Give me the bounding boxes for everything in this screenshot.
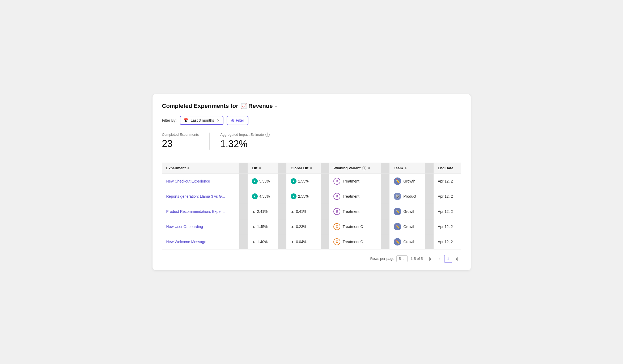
table-row: New Welcome Message ▲ 1.40% ▲ 0.04% C Tr…	[162, 234, 461, 249]
sort-experiment-icon[interactable]	[187, 167, 189, 169]
lift-cell: ▲ 1.45%	[248, 219, 278, 234]
lift-value: 1.40%	[257, 240, 268, 244]
variant-cell: B Treatment	[329, 189, 381, 204]
row-divider-5	[425, 204, 434, 219]
team-avatar: 🐺	[394, 193, 401, 200]
team-name: Growth	[403, 209, 415, 214]
experiment-link[interactable]: New Welcome Message	[166, 240, 206, 244]
experiment-link[interactable]: New Checkout Experience	[166, 179, 210, 183]
first-page-button[interactable]: |‹	[426, 255, 434, 263]
next-page-button[interactable]: ›|	[453, 255, 461, 263]
main-card: Completed Experiments for 📈 Revenue ⌄ Fi…	[152, 94, 471, 270]
variant-badge: C	[333, 238, 340, 245]
row-divider-2	[278, 234, 286, 249]
experiment-cell: New Checkout Experience	[162, 173, 239, 189]
team-name: Growth	[403, 240, 415, 244]
experiment-link[interactable]: New User Onboarding	[166, 225, 203, 229]
impact-estimate-stat: Aggregated Impact Estimate i 1.32%	[209, 133, 280, 150]
experiment-cell: New Welcome Message	[162, 234, 239, 249]
experiment-link[interactable]: Product Recommendations Exper...	[166, 209, 225, 214]
team-name: Growth	[403, 179, 415, 183]
col-divider-1	[239, 163, 248, 173]
experiment-cell: New User Onboarding	[162, 219, 239, 234]
row-divider-4	[381, 173, 389, 189]
col-global-lift: Global Lift	[286, 163, 321, 173]
team-cell: ✏️ Growth	[389, 204, 425, 219]
global-lift-cell: ▲ 2.55%	[286, 189, 321, 204]
row-divider-5	[425, 173, 434, 189]
team-name: Growth	[403, 225, 415, 229]
date-filter-text: Last 3 months	[191, 118, 214, 122]
page-info: 1-5 of 5	[411, 257, 423, 261]
team-avatar: ✏️	[394, 177, 401, 185]
page-1-button[interactable]: 1	[444, 255, 452, 263]
global-lift-arrow-icon: ▲	[291, 240, 294, 244]
prev-page-button[interactable]: ‹	[435, 255, 443, 263]
metric-chart-icon: 📈	[241, 103, 247, 109]
table-row: New Checkout Experience ▲ 5.55% ▲ 1.55% …	[162, 173, 461, 189]
rows-per-page: Rows per page 5 ⌄	[370, 255, 407, 262]
row-divider-3	[321, 204, 329, 219]
impact-info-icon[interactable]: i	[265, 133, 270, 137]
close-filter-icon[interactable]: ✕	[217, 118, 220, 122]
rows-select-chevron: ⌄	[402, 257, 405, 261]
global-lift-value: 0.04%	[296, 240, 307, 244]
plus-icon: ⊕	[231, 118, 234, 123]
team-avatar: ✏️	[394, 208, 401, 215]
lift-value: 5.55%	[259, 179, 270, 183]
row-divider-5	[425, 189, 434, 204]
row-divider-2	[278, 189, 286, 204]
lift-arrow-icon: ▲	[252, 225, 256, 229]
variant-cell: B Treatment	[329, 173, 381, 189]
variant-info-icon[interactable]: i	[362, 166, 366, 170]
variant-cell: B Treatment	[329, 204, 381, 219]
team-cell: 🐺 Product	[389, 189, 425, 204]
sort-team-icon[interactable]	[405, 167, 407, 169]
variant-badge: B	[333, 208, 340, 215]
variant-label: Treatment	[342, 209, 359, 214]
lift-value: 2.41%	[257, 209, 268, 214]
impact-label: Aggregated Impact Estimate i	[220, 133, 270, 137]
col-winning-variant: Winning Variant i	[329, 163, 381, 173]
global-lift-cell: ▲ 0.41%	[286, 204, 321, 219]
end-date-cell: Apr 12, 2	[434, 189, 461, 204]
variant-label: Treatment	[342, 179, 359, 183]
page-header: Completed Experiments for 📈 Revenue ⌄	[162, 103, 461, 109]
lift-arrow-icon: ▲	[252, 178, 258, 184]
variant-label: Treatment C	[342, 240, 363, 244]
variant-cell: C Treatment C	[329, 234, 381, 249]
lift-cell: ▲ 2.41%	[248, 204, 278, 219]
team-cell: ✏️ Growth	[389, 173, 425, 189]
add-filter-button[interactable]: ⊕ Filter	[227, 116, 248, 125]
row-divider-1	[239, 219, 248, 234]
lift-arrow-icon: ▲	[252, 240, 256, 244]
sort-global-lift-icon[interactable]	[310, 167, 312, 169]
metric-label: Revenue	[248, 103, 273, 109]
page-title: Completed Experiments for	[162, 103, 238, 109]
global-lift-value: 1.55%	[298, 179, 309, 183]
rows-per-page-select[interactable]: 5 ⌄	[396, 255, 408, 262]
lift-cell: ▲ 1.40%	[248, 234, 278, 249]
global-lift-cell: ▲ 0.23%	[286, 219, 321, 234]
completed-experiments-label: Completed Experiments	[162, 133, 199, 137]
row-divider-3	[321, 219, 329, 234]
impact-value: 1.32%	[220, 138, 270, 150]
lift-cell: ▲ 4.55%	[248, 189, 278, 204]
team-cell: ✏️ Growth	[389, 234, 425, 249]
experiment-link[interactable]: Reports generation: Llama 3 vs G...	[166, 194, 225, 198]
end-date-cell: Apr 12, 2	[434, 219, 461, 234]
lift-value: 1.45%	[257, 225, 268, 229]
completed-experiments-stat: Completed Experiments 23	[162, 133, 210, 150]
sort-variant-icon[interactable]	[368, 167, 370, 169]
filter-bar: Filter By: 📅 Last 3 months ✕ ⊕ Filter	[162, 116, 461, 125]
metric-selector[interactable]: 📈 Revenue ⌄	[241, 103, 278, 109]
col-divider-2	[278, 163, 286, 173]
col-team: Team	[389, 163, 425, 173]
row-divider-1	[239, 204, 248, 219]
col-lift: Lift	[248, 163, 278, 173]
sort-lift-icon[interactable]	[259, 167, 261, 169]
global-lift-cell: ▲ 1.55%	[286, 173, 321, 189]
date-filter-chip[interactable]: 📅 Last 3 months ✕	[180, 116, 223, 125]
variant-badge: B	[333, 178, 340, 185]
col-divider-5	[425, 163, 434, 173]
